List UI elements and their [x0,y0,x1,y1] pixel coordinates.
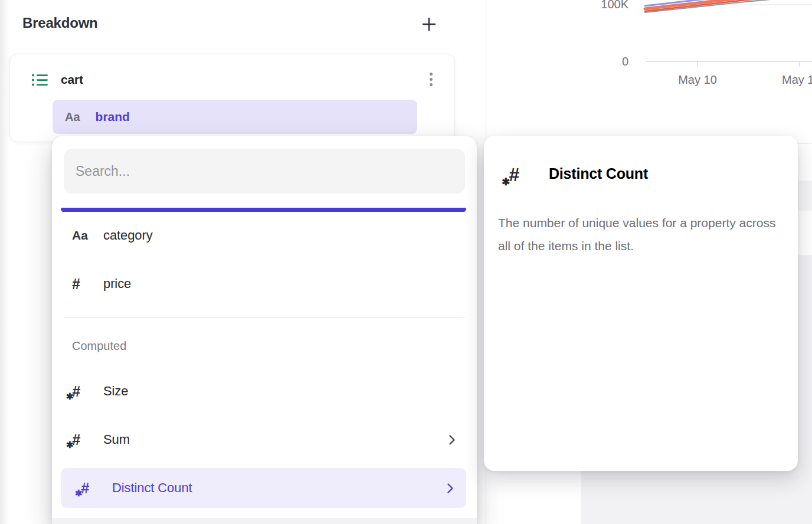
list-property-row[interactable]: cart [31,71,83,89]
y-axis-tick-0: 0 [587,55,628,68]
text-type-icon: Aa [72,228,88,243]
selected-item-indicator [61,208,466,212]
details-title: Distinct Count [549,165,648,182]
x-axis-tick-may12: May 12 [782,73,812,86]
line-chart-plot [486,0,812,100]
computed-option-distinct-count[interactable]: ✱# Distinct Count [61,468,466,508]
computed-number-icon: ✱# [72,383,80,400]
list-icon [31,73,48,87]
details-description: The number of unique values for a proper… [498,211,780,257]
card-menu-button[interactable] [424,68,438,90]
selected-property-pill[interactable]: Aa brand [53,100,417,134]
chevron-right-icon [448,434,456,446]
computed-option-sum[interactable]: ✱# Sum [52,418,477,461]
add-breakdown-button[interactable] [417,12,441,37]
details-panel: ✱# Distinct Count The number of unique v… [484,136,798,471]
x-axis-tick-may10: May 10 [668,73,727,86]
computed-option-size[interactable]: ✱# Size [52,370,477,412]
search-box [64,149,465,194]
dropdown-footer-strip [52,518,477,524]
list-name: cart [61,73,83,87]
computed-number-icon: ✱# [509,164,519,186]
search-input[interactable] [64,149,465,194]
dropdown-divider [64,317,465,318]
app-canvas: { "breakdown": { "title": "Breakdown", "… [0,0,812,524]
y-axis-tick-100k: 100K [587,0,628,11]
breakdown-card: cart Aa brand [9,54,455,142]
text-type-icon: Aa [65,110,80,124]
property-option-category[interactable]: Aa category [52,214,477,257]
selected-property-name: brand [96,110,130,124]
line-chart: 100K 0 May 10 May 12 [486,0,812,100]
kebab-icon [430,73,433,76]
left-edge-shadow [0,0,9,524]
property-option-price[interactable]: # price [52,263,477,305]
plus-icon [420,15,438,33]
number-type-icon: # [72,276,80,293]
chevron-right-icon [447,483,454,494]
property-dropdown: Aa category # price Computed ✱# Size ✱# … [52,136,477,524]
computed-number-icon: ✱# [72,431,80,448]
computed-number-icon: ✱# [81,480,89,497]
computed-section-label: Computed [72,339,126,353]
breakdown-section-title: Breakdown [22,15,98,31]
